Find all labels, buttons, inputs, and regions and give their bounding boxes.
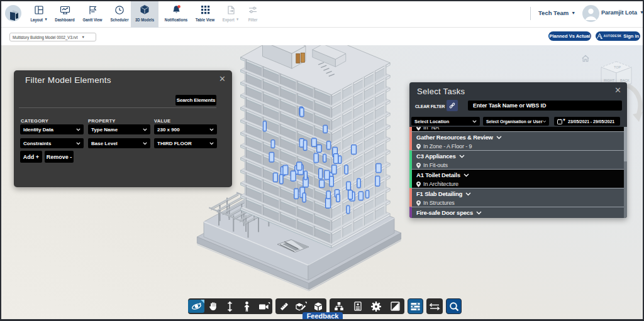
svg-text:TOP: TOP [614,65,621,69]
